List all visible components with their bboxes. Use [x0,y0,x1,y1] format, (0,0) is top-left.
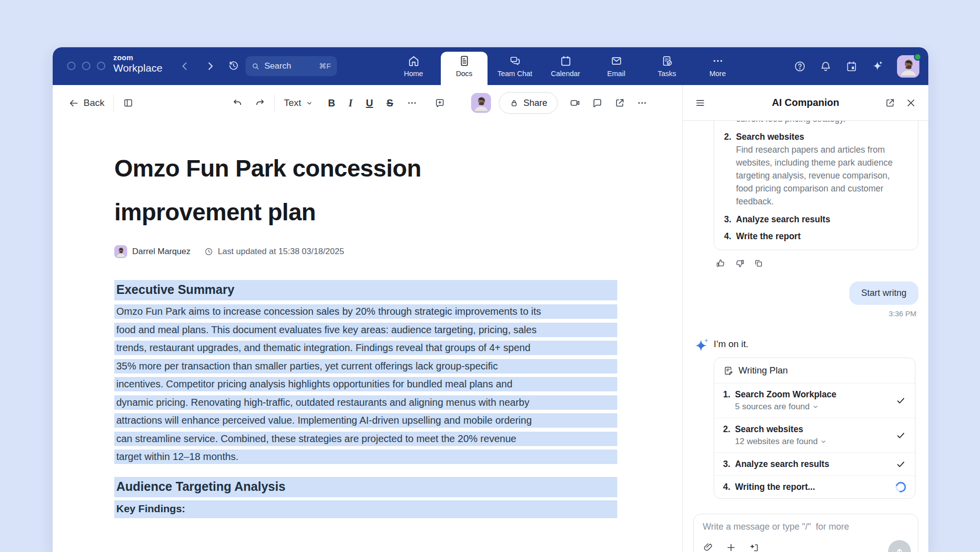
chat-button[interactable] [592,97,603,108]
tab-email[interactable]: Email [591,47,642,85]
avatar-photo [471,93,491,113]
send-button[interactable] [888,540,911,552]
redo-button[interactable] [254,97,265,108]
logo-zoom: zoom [113,54,163,62]
share-button[interactable]: Share [499,92,558,114]
online-status-dot [914,53,921,61]
thumbs-up-button[interactable] [716,258,726,269]
redo-icon [254,97,265,108]
panel-menu-button[interactable] [695,97,706,108]
help-icon[interactable] [794,60,806,73]
executive-summary-paragraph[interactable]: Omzo Fun Park aims to increase concessio… [114,304,617,464]
back-button[interactable]: Back [69,97,104,108]
plan-item: 2. Search websites Find research papers … [724,132,908,208]
message-input[interactable] [703,522,909,532]
chevron-down-icon [812,403,819,410]
plan-item-title: Search websites [736,132,804,142]
nav-back-icon[interactable] [179,60,191,72]
add-comment-button[interactable] [434,97,445,108]
user-avatar[interactable] [897,55,919,78]
italic-button[interactable]: I [349,97,353,109]
writing-plan-block: Writing Plan 1.Search Zoom Workplace 5 s… [693,350,918,499]
chevron-down-icon [306,99,313,107]
section-heading-audience-targeting[interactable]: Audience Targeting Analysis [114,477,617,497]
notifications-bell-icon[interactable] [819,60,832,73]
copy-icon [753,258,764,269]
tab-more[interactable]: More [692,47,743,85]
message-composer [693,514,918,552]
collaborator-avatar[interactable] [471,93,491,113]
pop-out-button[interactable] [885,97,896,108]
subheading-key-findings[interactable]: Key Findings: [114,500,617,518]
conversation-area[interactable]: current food pricing strategy. 2. Search… [683,121,928,552]
step-title: Writing the report... [735,482,815,492]
search-icon [251,62,260,71]
plan-item-title: Write the report [736,231,801,242]
docs-icon [458,55,471,67]
tab-docs[interactable]: Docs [439,47,490,85]
document-canvas[interactable]: Omzo Fun Park concessionimprovement plan… [53,121,682,552]
arrow-up-icon [894,546,905,552]
divider [274,94,275,111]
step-sources-toggle[interactable]: 5 sources are found [735,402,891,412]
writing-plan-card: Writing Plan 1.Search Zoom Workplace 5 s… [714,358,915,499]
comment-plus-icon [434,97,445,108]
hamburger-icon [695,97,706,108]
ellipsis-icon [407,97,417,108]
zoom-workplace-logo: zoom Workplace [113,54,163,74]
underline-button[interactable]: U [366,97,373,109]
start-meeting-button[interactable] [570,97,580,108]
author-avatar [114,245,127,258]
close-panel-button[interactable] [905,97,916,108]
open-external-button[interactable] [614,97,625,108]
tab-team-chat[interactable]: Team Chat [490,47,540,85]
step-title: Search Zoom Workplace [735,389,836,400]
top-navbar: zoom Workplace Search ⌘F Home Docs Team … [53,47,928,85]
strikethrough-button[interactable]: S [387,97,393,109]
nav-forward-icon[interactable] [204,60,216,72]
chevron-down-icon [820,438,827,445]
window-close-button[interactable] [67,62,76,70]
section-heading-executive-summary[interactable]: Executive Summary [114,280,617,300]
thumbs-down-icon [735,258,745,269]
add-button[interactable] [726,542,736,552]
sidebar-panel-icon [123,97,134,108]
more-options-button[interactable] [637,97,648,108]
window-zoom-button[interactable] [97,62,105,70]
tab-tasks[interactable]: Tasks [642,47,692,85]
author-name: Darrel Marquez [132,247,190,257]
tab-home[interactable]: Home [388,47,439,85]
summary-line: incentives. Competitor pricing analysis … [114,377,617,391]
calendar-date-icon[interactable] [845,60,858,73]
team-chat-icon [509,55,521,67]
step-title: Search websites [735,424,803,435]
app-tabs: Home Docs Team Chat Calendar Email T [388,47,743,85]
ai-companion-header: AI Companion [683,85,928,121]
undo-button[interactable] [232,97,243,108]
divider [113,94,114,111]
more-formatting-button[interactable] [407,97,417,108]
summary-line: food and meal plans. This document evalu… [114,323,617,337]
toggle-sidebar-button[interactable] [123,97,134,108]
text-style-dropdown[interactable]: Text [284,97,313,108]
plan-step: 1.Search Zoom Workplace 5 sources are fo… [714,383,915,418]
clock-icon [204,247,213,256]
insert-ai-content-button[interactable] [748,542,759,552]
global-search-input[interactable]: Search ⌘F [245,56,337,76]
history-icon[interactable] [228,60,240,72]
external-link-icon [885,97,896,108]
writing-plan-header: Writing Plan [714,358,915,383]
window-minimize-button[interactable] [82,62,90,70]
tab-calendar[interactable]: Calendar [540,47,591,85]
video-camera-icon [570,97,580,108]
document-title[interactable]: Omzo Fun Park concessionimprovement plan [114,147,617,234]
ai-companion-panel: AI Companion current food pricing strate… [683,85,928,552]
step-sources-toggle[interactable]: 12 websites are found [735,437,891,447]
ai-plan-message-card: current food pricing strategy. 2. Search… [714,121,918,250]
ai-companion-sparkle-icon[interactable] [871,60,884,73]
bold-button[interactable]: B [328,97,335,109]
attach-file-button[interactable] [703,542,714,552]
copy-button[interactable] [753,258,764,269]
thumbs-down-button[interactable] [735,258,745,269]
window-controls[interactable] [67,62,105,70]
